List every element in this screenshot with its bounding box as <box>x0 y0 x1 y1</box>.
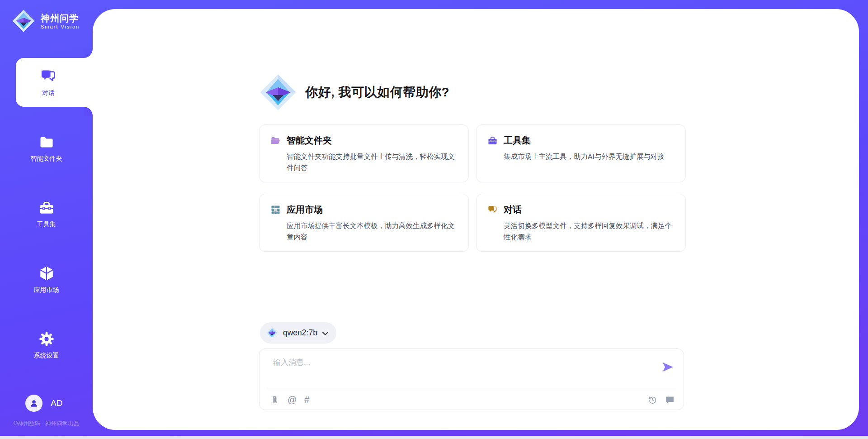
card-title: 应用市场 <box>287 204 323 216</box>
topic-button[interactable]: # <box>304 395 309 405</box>
message-input[interactable] <box>272 356 640 384</box>
card-app-market[interactable]: 应用市场 应用市场提供丰富长文本模板，助力高效生成多样化文章内容 <box>259 194 469 252</box>
sidebar-item-label: 智能文件夹 <box>31 155 62 163</box>
toolbox-icon <box>487 135 498 146</box>
card-description: 智能文件夹功能支持批量文件上传与清洗，轻松实现文件问答 <box>287 151 458 173</box>
history-clock-icon <box>648 395 657 405</box>
send-icon <box>661 360 675 374</box>
message-composer: @ # <box>259 348 684 410</box>
user-initials: AD <box>51 398 62 408</box>
history-button[interactable] <box>648 395 657 405</box>
model-selector[interactable]: qwen2:7b <box>260 322 336 344</box>
window-bottom-edge <box>0 436 868 439</box>
card-chat[interactable]: 对话 灵活切换多模型文件，支持多样回复效果调试，满足个性化需求 <box>476 194 686 252</box>
card-title: 工具集 <box>504 134 531 147</box>
folder-open-icon <box>270 135 281 146</box>
main-panel: 你好, 我可以如何帮助你? 智能文件夹 智能文件夹功能支持批量文件上传与清洗，轻… <box>93 9 859 430</box>
brand-text: 神州问学 Smart Vision <box>41 13 80 29</box>
app-root: { "brand": { "name": "神州问学", "subtitle":… <box>0 0 868 439</box>
sidebar-item-label: 工具集 <box>37 220 56 229</box>
chat-bubble-filled-icon <box>665 395 675 405</box>
copyright-footer: ©神州数码 · 神州问学出品 <box>0 420 93 428</box>
card-title: 对话 <box>504 204 522 216</box>
card-description: 应用市场提供丰富长文本模板，助力高效生成多样化文章内容 <box>287 220 458 243</box>
model-name: qwen2:7b <box>283 328 317 338</box>
card-description: 灵活切换多模型文件，支持多样回复效果调试，满足个性化需求 <box>504 220 675 243</box>
composer-toolbar: @ # <box>270 393 675 406</box>
chat-icon <box>40 68 57 85</box>
card-head: 工具集 <box>487 134 675 147</box>
sidebar-item-label: 对话 <box>42 89 55 97</box>
card-description: 集成市场上主流工具，助力AI与外界无缝扩展与对接 <box>504 151 675 162</box>
sidebar-item-smart-folder[interactable]: 智能文件夹 <box>0 128 93 169</box>
brand-name: 神州问学 <box>41 13 80 24</box>
cube-icon <box>38 265 55 282</box>
composer-toolbar-right <box>640 395 675 405</box>
brand-diamond-logo-large <box>259 73 297 111</box>
mention-button[interactable]: @ <box>288 395 297 405</box>
feature-cards: 智能文件夹 智能文件夹功能支持批量文件上传与清洗，轻松实现文件问答 工具集 集成… <box>259 124 686 252</box>
brand-diamond-logo <box>12 9 35 33</box>
avatar <box>25 395 42 412</box>
tab-fillet-bottom <box>84 107 93 116</box>
card-head: 对话 <box>487 204 675 216</box>
card-head: 应用市场 <box>270 204 458 216</box>
at-icon: @ <box>288 395 297 405</box>
paperclip-icon <box>270 395 280 405</box>
brand-diamond-logo-small <box>266 327 278 339</box>
card-head: 智能文件夹 <box>270 134 458 147</box>
hash-icon: # <box>304 395 309 405</box>
chat-icon <box>487 205 498 215</box>
gear-icon <box>38 331 55 347</box>
folder-icon <box>38 134 55 150</box>
sidebar-item-label: 系统设置 <box>34 352 59 360</box>
brand: 神州问学 Smart Vision <box>12 9 80 33</box>
sidebar-item-settings[interactable]: 系统设置 <box>0 324 93 366</box>
toolbox-icon <box>38 200 55 216</box>
chevron-down-icon <box>322 332 328 335</box>
user-account[interactable]: AD <box>25 395 62 412</box>
card-smart-folder[interactable]: 智能文件夹 智能文件夹功能支持批量文件上传与清洗，轻松实现文件问答 <box>259 124 469 182</box>
composer-divider <box>267 388 676 388</box>
greeting-row: 你好, 我可以如何帮助你? <box>259 73 449 111</box>
person-icon <box>29 398 39 408</box>
new-chat-button[interactable] <box>665 395 675 405</box>
send-button[interactable] <box>661 360 675 374</box>
grid-icon <box>270 205 281 215</box>
sidebar-item-toolset[interactable]: 工具集 <box>0 193 93 235</box>
sidebar-item-app-market[interactable]: 应用市场 <box>0 259 93 301</box>
greeting-title: 你好, 我可以如何帮助你? <box>305 84 449 101</box>
sidebar: 神州问学 Smart Vision 对话 智能文件夹 工具集 应用市场 系统设置… <box>0 0 93 439</box>
brand-subtitle: Smart Vision <box>41 24 80 29</box>
card-title: 智能文件夹 <box>287 134 332 147</box>
tab-fillet-top <box>84 49 93 58</box>
sidebar-item-label: 应用市场 <box>34 286 59 294</box>
card-toolset[interactable]: 工具集 集成市场上主流工具，助力AI与外界无缝扩展与对接 <box>476 124 686 182</box>
attach-file-button[interactable] <box>270 395 280 405</box>
sidebar-item-chat[interactable]: 对话 <box>16 58 93 107</box>
